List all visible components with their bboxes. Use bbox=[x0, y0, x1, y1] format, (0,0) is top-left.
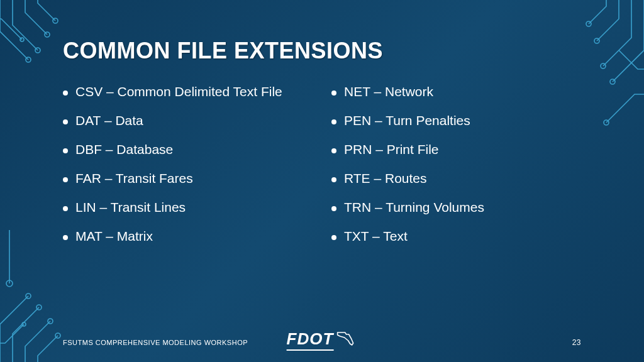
item-text: TXT – Text bbox=[344, 229, 408, 244]
bullet-icon bbox=[63, 206, 68, 211]
florida-icon bbox=[336, 330, 357, 351]
item-text: CSV – Common Delimited Text File bbox=[75, 84, 282, 99]
slide: COMMON FILE EXTENSIONS CSV – Common Deli… bbox=[0, 0, 644, 362]
item-text: PEN – Turn Penalties bbox=[344, 113, 470, 128]
bullet-icon bbox=[63, 148, 68, 153]
list-item: MAT – Matrix bbox=[63, 229, 313, 244]
list-item: CSV – Common Delimited Text File bbox=[63, 84, 313, 99]
list-item: NET – Network bbox=[331, 84, 581, 99]
bullet-icon bbox=[331, 119, 336, 124]
list-item: DAT – Data bbox=[63, 113, 313, 128]
bullet-icon bbox=[331, 206, 336, 211]
bullet-icon bbox=[63, 119, 68, 124]
item-text: DBF – Database bbox=[75, 142, 173, 157]
footer-text: FSUTMS COMPREHENSIVE MODELING WORKSHOP bbox=[63, 339, 248, 346]
page-number: 23 bbox=[572, 338, 581, 347]
bullet-icon bbox=[63, 177, 68, 182]
item-text: TRN – Turning Volumes bbox=[344, 200, 484, 215]
bullet-icon bbox=[331, 177, 336, 182]
right-column: NET – Network PEN – Turn Penalties PRN –… bbox=[331, 84, 581, 258]
list-item: PRN – Print File bbox=[331, 142, 581, 157]
item-text: RTE – Routes bbox=[344, 171, 427, 186]
item-text: MAT – Matrix bbox=[75, 229, 153, 244]
item-text: DAT – Data bbox=[75, 113, 143, 128]
list-item: FAR – Transit Fares bbox=[63, 171, 313, 186]
bullet-icon bbox=[331, 148, 336, 153]
fdot-logo: FDOT bbox=[287, 329, 358, 351]
list-item: LIN – Transit Lines bbox=[63, 200, 313, 215]
bullet-icon bbox=[63, 235, 68, 240]
list-item: DBF – Database bbox=[63, 142, 313, 157]
list-item: TXT – Text bbox=[331, 229, 581, 244]
item-text: NET – Network bbox=[344, 84, 433, 99]
content-columns: CSV – Common Delimited Text File DAT – D… bbox=[63, 84, 581, 258]
bullet-icon bbox=[331, 90, 336, 96]
list-item: TRN – Turning Volumes bbox=[331, 200, 581, 215]
bullet-icon bbox=[63, 90, 68, 96]
list-item: PEN – Turn Penalties bbox=[331, 113, 581, 128]
slide-title: COMMON FILE EXTENSIONS bbox=[63, 38, 581, 64]
list-item: RTE – Routes bbox=[331, 171, 581, 186]
logo-text: FDOT bbox=[287, 329, 334, 351]
left-column: CSV – Common Delimited Text File DAT – D… bbox=[63, 84, 313, 258]
item-text: FAR – Transit Fares bbox=[75, 171, 193, 186]
bullet-icon bbox=[331, 235, 336, 240]
item-text: PRN – Print File bbox=[344, 142, 439, 157]
item-text: LIN – Transit Lines bbox=[75, 200, 186, 215]
